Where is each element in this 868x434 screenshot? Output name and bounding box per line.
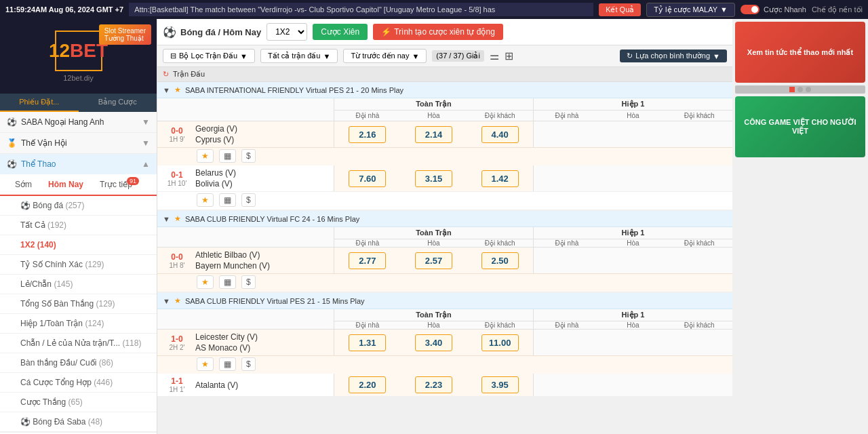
team1-name: Atalanta (V): [195, 380, 328, 390]
sidebar-item-tong-so[interactable]: Tổng Số Bàn Thắng (129): [0, 294, 157, 314]
favorite-icon[interactable]: ★: [197, 357, 214, 371]
the-van-hoi-label: Thế Vận Hội: [21, 138, 67, 148]
time-display: 11:59:24AM Aug 06, 2024 GMT +7: [5, 5, 123, 14]
match-time: 1H 9': [169, 136, 184, 143]
table-icon[interactable]: ▦: [219, 149, 236, 163]
odds-away-btn[interactable]: 3.95: [481, 376, 519, 393]
banner-game-viet[interactable]: CÔNG GAME VIỆT CHO NGƯỜI VIỆT: [735, 96, 865, 157]
match-teams: Athletic Bilbao (V) Bayern Munchen (V): [195, 250, 328, 271]
bo-loc-button[interactable]: ⊟ Bộ Lọc Trận Đấu ▼: [163, 49, 255, 63]
odds-draw-btn[interactable]: 2.14: [415, 126, 452, 143]
logo-subtitle: 12bet.diy: [63, 74, 94, 82]
dollar-icon[interactable]: $: [241, 193, 256, 207]
sidebar-item-chan-le[interactable]: Chẵn / Lẻ của Nửa trận/T... (118): [0, 334, 157, 353]
sidebar-item-1x2[interactable]: 1X2 (140): [0, 235, 157, 255]
match-score: 1-1: [171, 376, 182, 386]
soccer-icon: ⚽: [7, 159, 17, 169]
doi-khach-h1: Đội khách: [666, 111, 732, 121]
table-icon[interactable]: ▦: [219, 193, 236, 207]
sidebar-item-tat-ca[interactable]: Tất Cả (192): [0, 216, 157, 235]
sidebar-item-bong-da[interactable]: ⚽ Bóng đá (257): [0, 196, 157, 216]
table-icon[interactable]: ▦: [219, 275, 236, 289]
odds-home-btn[interactable]: 2.16: [349, 126, 386, 143]
tab-truc-tiep[interactable]: Trực tiếp 91: [92, 174, 140, 195]
tab-som[interactable]: Sớm: [7, 174, 40, 195]
odds-home-btn[interactable]: 2.77: [349, 252, 386, 269]
odds-hiep1: [533, 330, 732, 355]
score-col: 1-0 2H 2': [163, 334, 191, 351]
match-time: 1H 10': [167, 180, 187, 187]
odds-draw-btn[interactable]: 2.23: [415, 376, 452, 393]
bet-type-select[interactable]: 1X2: [267, 23, 307, 41]
tab-phieu-dat[interactable]: Phiếu Đặt...: [0, 94, 79, 112]
action-row: ★ ▦ $: [157, 274, 732, 292]
sidebar-item-ty-so[interactable]: Tỷ Số Chính Xác (129): [0, 255, 157, 275]
dollar-icon[interactable]: $: [241, 275, 256, 289]
sidebar-item-ban-thang[interactable]: Bàn thắng Đầu/ Cuối (86): [0, 353, 157, 373]
bong-da-label: Bóng đá: [33, 201, 63, 210]
section-header-fc24[interactable]: ▼ ★ SABA CLUB FRIENDLY Virtual FC 24 - 1…: [157, 211, 732, 227]
odds-away-btn[interactable]: 11.00: [481, 334, 519, 351]
tab-hom-nay[interactable]: Hôm Nay: [40, 174, 92, 196]
sidebar-item-le-chan[interactable]: Lẻ/Chẵn (145): [0, 275, 157, 294]
match-teams: Belarus (V) Bolivia (V): [195, 168, 328, 189]
sport-label: ⚽ Bóng đá / Hôm Nay: [163, 26, 261, 39]
odds-toan-tran: 7.60 3.15 1.42: [334, 165, 533, 191]
sidebar-item-bong-da-saba[interactable]: ⚽ Bóng Đá Saba (48): [0, 412, 157, 432]
action-row: ★ ▦ $: [157, 356, 732, 374]
odds-hiep1: [533, 165, 732, 191]
trinh-tao-button[interactable]: ⚡ Trình tạo cược xiên tự động: [373, 24, 503, 40]
ket-qua-button[interactable]: Kết Quả: [599, 3, 641, 16]
doi-nha-header1: Đội nhà: [334, 111, 401, 121]
cuoc-nhanh-toggle[interactable]: Cược Nhanh: [741, 5, 806, 14]
odds-away-btn[interactable]: 4.40: [481, 126, 519, 143]
favorite-icon[interactable]: ★: [197, 193, 214, 207]
favorite-icon[interactable]: ★: [197, 275, 214, 289]
sidebar-item-the-van-hoi[interactable]: 🏅 Thế Vận Hội ▼: [0, 133, 157, 153]
doi-khach-header1: Đội khách: [467, 111, 533, 121]
score-col: 0-0 1H 8': [163, 252, 191, 269]
sidebar-section-the-van-hoi: 🏅 Thế Vận Hội ▼: [0, 133, 157, 154]
hiep1-header: Hiệp 1: [534, 98, 732, 111]
odds-home-btn[interactable]: 7.60: [349, 170, 386, 187]
soccer-icon: ⚽: [163, 26, 176, 39]
odds-draw-btn[interactable]: 3.40: [415, 334, 452, 351]
nav-tabs: Phiếu Đặt... Bảng Cược: [0, 94, 157, 112]
toggle-switch[interactable]: [741, 5, 760, 14]
odds-draw-btn[interactable]: 3.15: [415, 170, 452, 187]
odds-away-btn[interactable]: 2.50: [481, 252, 519, 269]
section-header-saba-int[interactable]: ▼ ★ SABA INTERNATIONAL FRIENDLY Virtual …: [157, 82, 732, 98]
match-teams: Georgia (V) Cyprus (V): [195, 124, 328, 144]
soccer-icon-small: ⚽: [20, 417, 33, 427]
sidebar-item-ca-cuoc[interactable]: Cá Cược Tổng Hợp (446): [0, 373, 157, 393]
odds-draw-btn[interactable]: 2.57: [415, 252, 452, 269]
odds-home-btn[interactable]: 1.31: [349, 334, 386, 351]
cols-icon[interactable]: ⚌: [490, 50, 499, 62]
cuoc-xien-button[interactable]: Cược Xiên: [313, 24, 368, 40]
table-icon[interactable]: ▦: [219, 357, 236, 371]
tat-ca-button[interactable]: Tất cả trận đấu ▼: [260, 49, 338, 63]
match-score: 1-0: [171, 334, 182, 344]
ty-le-label: Tỷ lệ cược MALAY: [654, 5, 717, 14]
dollar-icon[interactable]: $: [241, 149, 256, 163]
sidebar-item-saba-ngoai-hang-anh[interactable]: ⚽ SABA Ngoại Hang Anh ▼: [0, 112, 157, 132]
section-header-pes21[interactable]: ▼ ★ SABA CLUB FRIENDLY Virtual PES 21 - …: [157, 293, 732, 309]
lua-chon-button[interactable]: ↻ Lựa chọn bình thường ▼: [620, 50, 727, 62]
odds-home-btn[interactable]: 2.20: [349, 376, 386, 393]
favorite-icon[interactable]: ★: [197, 149, 214, 163]
sidebar-item-hiep1[interactable]: Hiệp 1/Toàn Trận (124): [0, 314, 157, 334]
dollar-icon[interactable]: $: [241, 357, 256, 371]
the-thao-label: Thể Thao: [21, 159, 56, 169]
tab-bang-cuoc[interactable]: Bảng Cược: [79, 94, 157, 112]
grid-icon[interactable]: ⊞: [505, 50, 513, 62]
banner-tin-tuc[interactable]: Xem tin tức thể thao mới nhất: [735, 22, 865, 83]
tu-truoc-button[interactable]: Từ trước đến nay ▼: [343, 49, 427, 63]
match-teams: Leicester City (V) AS Monaco (V): [195, 332, 328, 353]
section-title: SABA CLUB FRIENDLY Virtual FC 24 - 16 Mi…: [185, 215, 727, 223]
ty-le-button[interactable]: Tỷ lệ cược MALAY ▼: [646, 3, 735, 17]
odds-away-btn[interactable]: 1.42: [481, 170, 519, 187]
star-icon: ★: [174, 296, 181, 305]
match-info-bilbao: 0-0 1H 8' Athletic Bilbao (V) Bayern Mun…: [157, 248, 334, 273]
sidebar-item-cuoc-thang[interactable]: Cược Thắng (65): [0, 393, 157, 412]
sidebar-item-the-thao[interactable]: ⚽ Thể Thao ▲: [0, 154, 157, 174]
